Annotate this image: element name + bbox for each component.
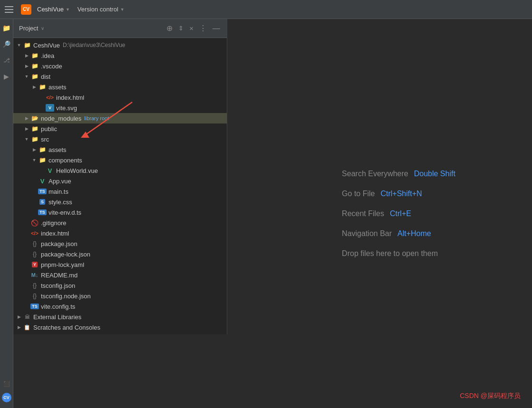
external-libs-icon: 🏛 [23, 313, 31, 321]
ts-icon: TS [38, 209, 47, 216]
shortcut-key: Alt+Home [397, 229, 431, 238]
project-label: Project [19, 25, 38, 32]
minimize-button[interactable]: — [212, 23, 221, 34]
tree-item-components[interactable]: ▼ 📁 components [13, 155, 227, 165]
menu-button[interactable] [5, 4, 15, 15]
activity-terminal-icon[interactable]: ⬛ [1, 379, 12, 389]
tree-item-tsconfig[interactable]: ▶ {} tsconfig.json [13, 280, 227, 291]
expand-icon: ▶ [15, 313, 23, 321]
folder-icon: 📁 [30, 73, 39, 80]
folder-icon: 📁 [23, 41, 31, 49]
scratches-icon: 📋 [23, 323, 31, 331]
tree-item-public[interactable]: ▶ 📁 public [13, 123, 227, 134]
shortcut-search-everywhere: Search Everywhere Double Shift [342, 170, 455, 178]
tree-label: App.vue [48, 178, 71, 185]
project-selector[interactable]: CeshiVue ▼ [37, 6, 70, 13]
chevron-down-icon: ▼ [120, 7, 125, 12]
tree-label: index.html [56, 94, 84, 101]
tree-item-pnpm-lock[interactable]: ▶ Y pnpm-lock.yaml [13, 259, 227, 270]
file-tree: ▼ 📁 CeshiVue D:\jiedan\vue3\CeshiVue ▶ 📁… [13, 38, 227, 334]
sidebar-panel: Project ∨ ⊕ ⇕ × ⋮ — ▼ 📁 CeshiVue D:\jie [13, 19, 227, 334]
tree-item-external-libs[interactable]: ▶ 🏛 External Libraries [13, 312, 227, 322]
tree-label: node_modules [41, 115, 81, 122]
activity-search-icon[interactable]: 🔎 [1, 39, 12, 49]
vcs-label: Version control [77, 6, 118, 13]
json-icon: {} [30, 250, 39, 258]
activity-bar: 📁 🔎 ⎇ ▶ ⬛ CV [0, 19, 13, 408]
tree-label: assets [48, 84, 67, 91]
vue-icon: V [46, 167, 54, 174]
tree-label: src [41, 136, 49, 143]
folder-icon: 📁 [30, 52, 39, 59]
shortcut-key: Ctrl+Shift+N [380, 190, 422, 198]
git-icon: 🚫 [30, 219, 39, 227]
shortcut-go-to-file: Go to File Ctrl+Shift+N [342, 190, 455, 198]
shortcut-key: Ctrl+E [390, 209, 411, 218]
tree-item-index-html-dist[interactable]: ▶ </> index.html [13, 92, 227, 103]
tree-item-style-css[interactable]: ▶ S style.css [13, 197, 227, 207]
tree-item-root[interactable]: ▼ 📁 CeshiVue D:\jiedan\vue3\CeshiVue [13, 40, 227, 50]
tree-label: components [48, 157, 82, 164]
tree-label: index.html [41, 230, 69, 237]
shortcut-label: Search Everywhere [342, 170, 408, 178]
html-icon: </> [30, 229, 39, 237]
tree-item-main-ts[interactable]: ▶ TS main.ts [13, 186, 227, 197]
activity-vcs-icon[interactable]: ⎇ [1, 55, 12, 66]
folder-icon: 📁 [30, 125, 39, 133]
expand-icon: ▶ [23, 52, 30, 59]
library-root-badge: library root [84, 115, 109, 121]
main-content: Search Everywhere Double Shift Go to Fil… [227, 19, 532, 408]
tree-item-index-html[interactable]: ▶ </> index.html [13, 228, 227, 238]
tree-label: README.md [41, 272, 77, 279]
vcs-selector[interactable]: Version control ▼ [77, 6, 125, 13]
collapse-all-button[interactable]: ⇕ [177, 24, 184, 33]
tree-item-src[interactable]: ▼ 📁 src [13, 134, 227, 144]
tree-item-assets-dist[interactable]: ▶ 📁 assets [13, 82, 227, 92]
expand-icon: ▶ [23, 114, 30, 122]
tree-item-vite-env[interactable]: ▶ TS vite-env.d.ts [13, 207, 227, 218]
tree-item-package-json[interactable]: ▶ {} package.json [13, 238, 227, 249]
tree-item-vite-config[interactable]: ▶ TS vite.config.ts [13, 301, 227, 312]
tree-label: .idea [41, 52, 54, 59]
html-icon: </> [46, 94, 54, 101]
tree-item-gitignore[interactable]: ▶ 🚫 .gitignore [13, 218, 227, 228]
close-panel-button[interactable]: × [188, 23, 194, 33]
tree-item-assets-src[interactable]: ▶ 📁 assets [13, 144, 227, 155]
tree-label: assets [48, 146, 67, 153]
expand-icon: ▼ [15, 41, 23, 49]
expand-icon: ▶ [23, 62, 30, 70]
tree-item-package-lock[interactable]: ▶ {} package-lock.json [13, 249, 227, 259]
md-icon: M↓ [30, 271, 39, 279]
more-options-button[interactable]: ⋮ [198, 23, 208, 34]
add-node-button[interactable]: ⊕ [165, 23, 174, 34]
tree-item-helloworld[interactable]: ▶ V HelloWorld.vue [13, 165, 227, 176]
expand-icon: ▼ [30, 156, 38, 164]
activity-settings-icon[interactable]: CV [2, 393, 11, 402]
drop-files-label: Drop files here to open them [342, 249, 455, 258]
sidebar-title[interactable]: Project ∨ [19, 25, 44, 32]
folder-icon: 📁 [38, 156, 47, 164]
shortcut-label: Go to File [342, 190, 375, 198]
tree-item-readme[interactable]: ▶ M↓ README.md [13, 270, 227, 280]
json-icon: {} [30, 240, 39, 247]
json-icon: {} [30, 282, 39, 289]
tree-label: .vscode [41, 63, 62, 70]
activity-run-icon[interactable]: ▶ [1, 71, 12, 82]
tree-item-node-modules[interactable]: ▶ 📂 node_modules library root [13, 113, 227, 123]
shortcut-label: Recent Files [342, 209, 384, 218]
tree-item-idea[interactable]: ▶ 📁 .idea [13, 50, 227, 61]
tree-label: pnpm-lock.yaml [41, 261, 84, 268]
folder-icon: 📁 [30, 62, 39, 70]
tree-item-dist[interactable]: ▼ 📁 dist [13, 71, 227, 82]
tree-item-app-vue[interactable]: ▶ V App.vue [13, 176, 227, 186]
tree-item-tsconfig-node[interactable]: ▶ {} tsconfig.node.json [13, 291, 227, 301]
activity-project-icon[interactable]: 📁 [1, 23, 12, 33]
tree-item-scratches[interactable]: ▶ 📋 Scratches and Consoles [13, 322, 227, 332]
tree-item-vscode[interactable]: ▶ 📁 .vscode [13, 61, 227, 71]
expand-icon: ▼ [23, 135, 30, 143]
sidebar-actions: ⊕ ⇕ × ⋮ — [165, 23, 221, 34]
tree-label: public [41, 125, 57, 133]
tree-item-vite-svg[interactable]: ▶ V vite.svg [13, 103, 227, 113]
shortcut-label: Navigation Bar [342, 229, 392, 238]
tree-label: .gitignore [41, 219, 66, 227]
